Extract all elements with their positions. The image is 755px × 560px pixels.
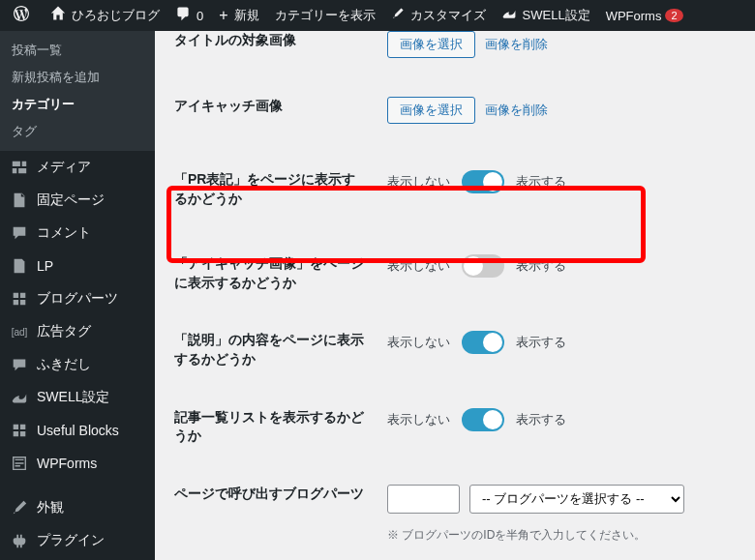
sidebar-item-appearance[interactable]: 外観 (0, 491, 155, 524)
toggle-on-label: 表示する (516, 173, 566, 191)
swell-label: SWELL設定 (523, 7, 590, 24)
blogparts-row: ページで呼び出すブログパーツ -- ブログパーツを選択する -- ※ ブログパー… (174, 465, 736, 560)
pr-display-label: 「PR表記」をページに表示するかどうか (174, 170, 387, 208)
sidebar-item-wpforms[interactable]: WPForms (0, 447, 155, 480)
eyecatch-image-row: アイキャッチ画像 画像を選択 画像を削除 (174, 77, 736, 143)
eyecatch-display-row: 「アイキャッチ画像」をページに表示するかどうか 表示しない 表示する (174, 235, 736, 311)
sidebar-item-label: コメント (37, 224, 91, 242)
blogparts-label: ページで呼び出すブログパーツ (174, 485, 387, 504)
sidebar-item-label: ブログパーツ (37, 290, 118, 308)
customize-item[interactable]: カスタマイズ (383, 0, 494, 31)
toggle-off-label: 表示しない (387, 411, 450, 428)
posts-submenu: 投稿一覧 新規投稿を追加 カテゴリー タグ (0, 31, 155, 151)
toggle-on-label: 表示する (516, 411, 566, 428)
page-icon (10, 192, 29, 209)
select-image-button[interactable]: 画像を選択 (387, 97, 475, 124)
blogparts-id-input[interactable] (387, 485, 460, 514)
sidebar-item-label: プラグイン (37, 532, 105, 549)
sidebar-item-label: 外観 (37, 499, 64, 516)
delete-image-link[interactable]: 画像を削除 (485, 102, 548, 119)
balloon-icon (10, 356, 29, 373)
title-image-label: タイトルの対象画像 (174, 31, 387, 50)
plus-icon: + (219, 7, 227, 24)
lp-icon (10, 257, 29, 275)
home-icon (50, 6, 66, 25)
blogparts-select[interactable]: -- ブログパーツを選択する -- (469, 485, 684, 514)
new-content-item[interactable]: + 新規 (211, 0, 266, 31)
sidebar-item-swell[interactable]: SWELL設定 (0, 381, 155, 414)
desc-display-row: 「説明」の内容をページに表示するかどうか 表示しない 表示する (174, 311, 736, 388)
sidebar-item-ad-tag[interactable]: [ad] 広告タグ (0, 315, 155, 348)
wordpress-icon (14, 6, 29, 25)
wpforms-badge: 2 (665, 9, 682, 22)
customize-label: カスタマイズ (410, 7, 486, 24)
comments-count: 0 (196, 9, 203, 23)
plugin-icon (10, 532, 29, 549)
wp-logo-item[interactable] (6, 0, 43, 31)
sidebar-item-label: Useful Blocks (37, 423, 119, 438)
eyecatch-display-label: 「アイキャッチ画像」をページに表示するかどうか (174, 254, 387, 292)
list-display-label: 記事一覧リストを表示するかどうか (174, 408, 387, 446)
toggle-off-label: 表示しない (387, 334, 450, 351)
comments-item[interactable]: 0 (167, 0, 211, 31)
grid-icon (10, 290, 29, 308)
sidebar-item-lp[interactable]: LP (0, 250, 155, 282)
sidebar-item-label: LP (37, 258, 53, 274)
blogparts-desc: ※ ブログパーツのIDを半角で入力してください。 (387, 527, 736, 544)
wpforms-item[interactable]: WPForms 2 (598, 0, 691, 31)
sidebar-item-label: 固定ページ (37, 192, 105, 209)
delete-image-link[interactable]: 画像を削除 (485, 36, 548, 53)
site-name-item[interactable]: ひろおじブログ (43, 0, 167, 31)
brush-icon (391, 7, 405, 24)
new-label: 新規 (234, 7, 259, 24)
desc-display-toggle[interactable] (462, 331, 504, 354)
sidebar-item-useful-blocks[interactable]: Useful Blocks (0, 414, 155, 447)
toggle-off-label: 表示しない (387, 257, 450, 275)
wpforms-label: WPForms (606, 9, 662, 23)
site-title: ひろおじブログ (72, 7, 160, 24)
toggle-on-label: 表示する (516, 257, 566, 275)
sidebar-item-label: ふきだし (37, 356, 91, 373)
pr-display-row: 「PR表記」をページに表示するかどうか 表示しない 表示する (174, 143, 736, 235)
eyecatch-display-toggle[interactable] (462, 254, 504, 278)
sidebar-item-pages[interactable]: 固定ページ (0, 184, 155, 217)
sidebar-item-comments[interactable]: コメント (0, 217, 155, 250)
blocks-icon (10, 422, 29, 439)
sidebar-item-blogparts[interactable]: ブログパーツ (0, 282, 155, 315)
list-display-toggle[interactable] (462, 408, 504, 431)
sidebar-sub-tags[interactable]: タグ (0, 118, 155, 145)
toggle-on-label: 表示する (516, 334, 566, 351)
admin-bar: ひろおじブログ 0 + 新規 カテゴリーを表示 カスタマイズ SWELL設定 W… (0, 0, 755, 31)
appearance-icon (10, 499, 29, 516)
view-category-label: カテゴリーを表示 (275, 7, 376, 24)
sidebar-item-media[interactable]: メディア (0, 151, 155, 184)
swell-settings-item[interactable]: SWELL設定 (494, 0, 598, 31)
sidebar-sub-categories[interactable]: カテゴリー (0, 91, 155, 118)
sidebar-item-label: WPForms (37, 456, 97, 471)
view-category-item[interactable]: カテゴリーを表示 (267, 0, 383, 31)
comment-icon (175, 6, 191, 25)
sidebar-sub-new-post[interactable]: 新規投稿を追加 (0, 64, 155, 91)
sidebar-item-label: 広告タグ (37, 323, 91, 340)
sidebar-item-balloon[interactable]: ふきだし (0, 348, 155, 381)
swell-icon (501, 6, 517, 25)
swell-menu-icon (10, 389, 29, 406)
title-image-row: タイトルの対象画像 画像を選択 画像を削除 (174, 31, 736, 77)
list-display-row: 記事一覧リストを表示するかどうか 表示しない 表示する (174, 389, 736, 465)
desc-display-label: 「説明」の内容をページに表示するかどうか (174, 331, 387, 368)
comments-icon (10, 224, 29, 242)
pr-display-toggle[interactable] (462, 170, 504, 193)
sidebar-item-plugins[interactable]: プラグイン (0, 524, 155, 557)
sidebar-sub-all-posts[interactable]: 投稿一覧 (0, 37, 155, 64)
select-image-button[interactable]: 画像を選択 (387, 31, 475, 58)
sidebar-item-label: SWELL設定 (37, 389, 109, 406)
sidebar-item-label: メディア (37, 159, 91, 176)
toggle-off-label: 表示しない (387, 173, 450, 191)
admin-sidebar: 投稿一覧 新規投稿を追加 カテゴリー タグ メディア 固定ページ コメント LP… (0, 31, 155, 560)
media-icon (10, 159, 29, 176)
ad-icon: [ad] (10, 327, 29, 338)
eyecatch-image-label: アイキャッチ画像 (174, 97, 387, 116)
content-area: タイトルの対象画像 画像を選択 画像を削除 アイキャッチ画像 画像を選択 画像を… (155, 31, 755, 560)
wpforms-icon (10, 455, 29, 472)
